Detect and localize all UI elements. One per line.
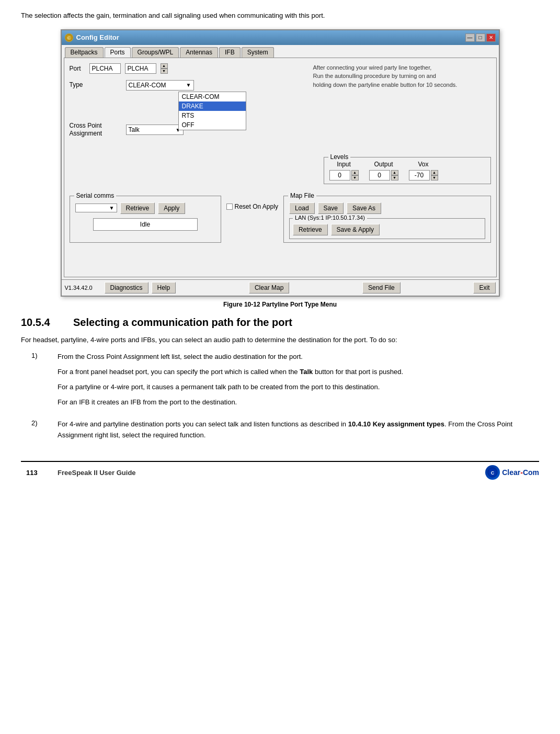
output-spin-down[interactable]: ▼	[391, 175, 398, 180]
tab-system[interactable]: System	[242, 47, 274, 58]
output-level-col: Output ▲ ▼	[369, 161, 398, 180]
maximize-button[interactable]: □	[476, 33, 485, 42]
output-level-row: ▲ ▼	[369, 170, 398, 180]
item-content-1: From the Cross Point Assignment left lis…	[58, 352, 539, 412]
port-input-1[interactable]	[89, 63, 121, 74]
type-dropdown[interactable]: CLEAR-COM ▼	[126, 80, 194, 91]
lan-legend: LAN (Sys:1 IP:10.50.17.34)	[293, 214, 367, 221]
vox-spinner: ▲ ▼	[431, 170, 438, 180]
levels-row: Input ▲ ▼ Output	[329, 161, 485, 180]
section-title: Selecting a communication path for the p…	[73, 317, 292, 329]
lan-retrieve-button[interactable]: Retrieve	[293, 224, 328, 235]
vox-level-row: ▲ ▼	[409, 170, 438, 180]
output-spinner: ▲ ▼	[391, 170, 398, 180]
version-label: V1.34.42.0	[65, 285, 101, 291]
levels-section: Levels Input ▲ ▼	[70, 157, 491, 189]
item-num-2: 2)	[31, 419, 47, 445]
tab-groups-wpl[interactable]: Groups/WPL	[132, 47, 179, 58]
input-spin-up[interactable]: ▲	[351, 170, 359, 175]
dropdown-item-clearcom[interactable]: CLEAR-COM	[179, 92, 246, 101]
info-text-block: After connecting your wired party line t…	[303, 63, 491, 149]
input-level-input[interactable]	[329, 170, 350, 180]
vox-level-input[interactable]	[409, 170, 430, 180]
serial-retrieve-button[interactable]: Retrieve	[120, 202, 155, 214]
send-file-button[interactable]: Send File	[362, 282, 401, 293]
serial-comms-legend: Serial comms	[74, 192, 117, 199]
idle-display: Idle	[93, 218, 198, 231]
cross-point-label2: Assignment	[70, 130, 122, 138]
port-spin-down[interactable]: ▼	[161, 69, 168, 74]
lan-row: Retrieve Save & Apply	[293, 224, 482, 235]
reset-label: Reset On Apply	[235, 203, 278, 210]
info-line2: Run the autonulling procedure by turning…	[313, 72, 491, 81]
vox-spin-up[interactable]: ▲	[431, 170, 438, 175]
type-dropdown-menu: CLEAR-COM DRAKE RTS OFF	[178, 92, 246, 130]
dropdown-item-off[interactable]: OFF	[179, 120, 246, 130]
app-icon: C	[65, 33, 73, 42]
serial-apply-button[interactable]: Apply	[158, 202, 185, 214]
section-number: 10.5.4	[21, 317, 63, 329]
window-controls: — □ ✕	[465, 33, 496, 42]
vox-level-col: Vox ▲ ▼	[409, 161, 438, 180]
clearcom-circle-icon: C	[485, 465, 500, 480]
list-item-1: 1) From the Cross Point Assignment left …	[31, 352, 539, 412]
output-label: Output	[374, 161, 393, 168]
info-line3: holding down the partyline enable button…	[313, 81, 491, 89]
item-content-2: For 4-wire and partyline destination por…	[58, 419, 539, 445]
page-footer: 113 FreeSpeak II User Guide C Clear-Com	[21, 461, 539, 480]
page-number: 113	[26, 469, 47, 477]
vox-spin-down[interactable]: ▼	[431, 175, 438, 180]
page-wrapper: The selection affects the gain, terminat…	[0, 0, 560, 490]
dropdown-item-drake[interactable]: DRAKE	[179, 101, 246, 111]
output-level-input[interactable]	[369, 170, 390, 180]
port-row: Port ▲ ▼	[70, 63, 298, 74]
map-file-group: Map File Load Save Save As LAN (Sys:1 IP…	[283, 196, 491, 243]
input-spin-down[interactable]: ▼	[351, 175, 359, 180]
item2-para1-text: For 4-wire and partyline destination por…	[58, 420, 348, 428]
clearcom-logo: C Clear-Com	[485, 465, 539, 480]
serial-row1: ▼ Retrieve Apply	[75, 202, 215, 214]
port-input-2[interactable]	[125, 63, 156, 74]
talk-dropdown[interactable]: Talk ▼	[126, 125, 184, 135]
tabs-bar: Beltpacks Ports Groups/WPL Antennas IFB …	[62, 45, 499, 58]
minimize-button[interactable]: —	[465, 33, 475, 42]
list-item-2: 2) For 4-wire and partyline destination …	[31, 419, 539, 445]
svg-text:C: C	[67, 36, 71, 40]
map-save-as-button[interactable]: Save As	[347, 202, 381, 214]
dropdown-item-rts[interactable]: RTS	[179, 111, 246, 120]
item2-para1-bold: 10.4.10 Key assignment types	[348, 420, 444, 428]
intro-paragraph: The selection affects the gain, terminat…	[21, 10, 539, 21]
tab-beltpacks[interactable]: Beltpacks	[65, 47, 104, 58]
svg-text:C: C	[491, 470, 495, 476]
exit-button[interactable]: Exit	[473, 282, 495, 293]
lan-save-apply-button[interactable]: Save & Apply	[331, 224, 380, 235]
levels-group: Levels Input ▲ ▼	[324, 157, 491, 184]
diagnostics-button[interactable]: Diagnostics	[105, 282, 148, 293]
dropdown-arrow-icon: ▼	[186, 82, 191, 88]
tab-ports[interactable]: Ports	[105, 47, 131, 58]
serial-comms-group: Serial comms ▼ Retrieve Apply Idle	[70, 196, 221, 243]
clearcom-brand: Clear	[502, 468, 520, 477]
tab-antennas[interactable]: Antennas	[180, 47, 218, 58]
clear-map-button[interactable]: Clear Map	[249, 282, 289, 293]
top-section: Port ▲ ▼ Type CLEAR-COM	[70, 63, 491, 149]
item1-para2-text: For a front panel headset port, you can …	[58, 368, 300, 376]
close-button[interactable]: ✕	[486, 33, 496, 42]
port-spin-up[interactable]: ▲	[161, 63, 168, 69]
reset-checkbox-area: Reset On Apply	[226, 203, 278, 210]
info-line1: After connecting your wired party line t…	[313, 63, 491, 72]
port-label: Port	[70, 65, 85, 72]
output-spin-up[interactable]: ▲	[391, 170, 398, 175]
map-save-button[interactable]: Save	[318, 202, 344, 214]
title-left: C Config Editor	[65, 33, 119, 42]
tab-ifb[interactable]: IFB	[219, 47, 241, 58]
serial-dropdown[interactable]: ▼	[75, 204, 117, 212]
figure-caption: Figure 10-12 Partyline Port Type Menu	[21, 301, 539, 308]
input-level-col: Input ▲ ▼	[329, 161, 359, 180]
map-row1: Load Save Save As	[289, 202, 485, 214]
section-heading: 10.5.4 Selecting a communication path fo…	[21, 317, 539, 329]
reset-checkbox[interactable]	[226, 204, 233, 210]
help-button[interactable]: Help	[152, 282, 176, 293]
guide-text: FreeSpeak II User Guide	[58, 469, 475, 477]
map-load-button[interactable]: Load	[289, 202, 315, 214]
